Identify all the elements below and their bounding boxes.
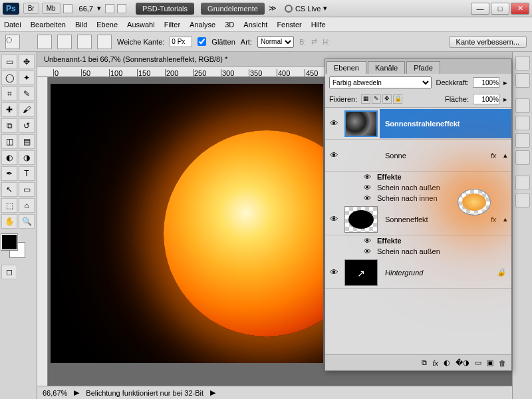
maximize-button[interactable]: □ [491,3,509,15]
layer-thumb[interactable] [344,259,378,286]
layer-thumb[interactable] [458,189,491,215]
layer-thumb[interactable] [344,110,378,137]
fx-item[interactable]: 👁Schein nach außen [325,246,511,257]
layer-row[interactable]: 👁 Hintergrund 🔒 [325,257,511,289]
adjust-icon[interactable]: �◑ [456,358,469,367]
crop-tool[interactable]: ⌗ [1,86,17,101]
fx-header[interactable]: 👁Effekte [325,172,511,182]
menu-filter[interactable]: Filter [164,21,180,29]
dock-adjust-icon[interactable] [515,98,530,113]
antialias-checkbox[interactable] [198,37,206,46]
wand-tool[interactable]: ✦ [19,70,35,85]
fx-header[interactable]: 👁Effekte [325,235,511,246]
sel-add-icon[interactable] [57,35,72,49]
panel-tab-ebenen[interactable]: Ebenen [327,61,366,74]
lock-trans-icon[interactable]: ▦ [361,94,370,104]
menu-analyse[interactable]: Analyse [190,21,215,29]
blur-tool[interactable]: ◐ [1,150,17,165]
cslive-button[interactable]: CS Live ▾ [285,4,328,13]
status-zoom[interactable]: 66,67% [43,389,67,397]
dock-nav-icon[interactable] [515,176,530,190]
bridge-badge[interactable]: Br [23,3,39,14]
heal-tool[interactable]: ✚ [1,102,17,117]
refine-edge-button[interactable]: Kante verbessern... [449,36,527,48]
panel-tab-pfade[interactable]: Pfade [406,61,440,74]
feather-input[interactable] [170,37,192,47]
menu-hilfe[interactable]: Hilfe [311,21,326,29]
dock-brush-icon[interactable] [515,133,530,148]
dock-swatches-icon[interactable] [515,73,530,88]
layer-name[interactable]: Sonnenstrahleneffekt [380,109,511,138]
opacity-input[interactable] [473,77,499,88]
lock-all-icon[interactable]: 🔒 [393,94,402,104]
style-select[interactable]: Normal [257,36,294,48]
lock-pixel-icon[interactable]: ✎ [372,94,381,104]
quickmask-icon[interactable]: ◻ [1,265,17,279]
new-layer-icon[interactable]: ▣ [487,358,493,367]
folder-icon[interactable]: ▭ [475,358,481,367]
shape-tool[interactable]: ▭ [19,182,35,197]
gradient-tool[interactable]: ▤ [19,134,35,149]
dock-color-icon[interactable] [515,56,530,70]
zoom-value[interactable]: 66,7 [79,5,93,13]
tool-preset-icon[interactable]: ◌ [5,35,20,49]
visibility-icon[interactable]: 👁 [325,150,342,160]
visibility-icon[interactable]: 👁 [325,267,342,277]
menu-auswahl[interactable]: Auswahl [127,21,155,29]
menu-3d[interactable]: 3D [225,21,234,29]
lasso-tool[interactable]: ◯ [1,70,17,85]
path-tool[interactable]: ↖ [1,182,17,197]
lock-pos-icon[interactable]: ✥ [382,94,392,104]
sel-int-icon[interactable] [97,35,112,49]
blend-mode-select[interactable]: Farbig abwedeln [329,76,432,88]
eraser-tool[interactable]: ◫ [1,134,17,149]
fg-color[interactable] [1,234,17,250]
brush-tool[interactable]: 🖌 [19,102,35,117]
hand-tool[interactable]: ✋ [1,214,17,229]
minimize-button[interactable]: — [471,3,489,15]
minibridge-badge[interactable]: Mb [42,3,61,14]
layer-name[interactable]: Sonne [380,141,483,170]
menu-fenster[interactable]: Fenster [277,21,301,29]
link-icon[interactable]: ⧉ [422,358,427,367]
3dcam-tool[interactable]: ⌂ [19,198,35,213]
3d-tool[interactable]: ⬚ [1,198,17,213]
view-drop-icon[interactable] [63,4,72,13]
menu-datei[interactable]: Datei [4,21,21,29]
layer-name[interactable]: Hintergrund [380,258,491,287]
document[interactable] [51,84,323,363]
visibility-icon[interactable]: 👁 [325,118,342,128]
screen-drop-icon[interactable] [117,4,126,13]
fx-badge[interactable]: fx [483,152,503,160]
layer-row[interactable]: 👁 Sonne fx▴ [325,140,511,172]
visibility-icon[interactable]: 👁 [325,214,342,224]
fx-icon[interactable]: fx [432,359,438,367]
sel-new-icon[interactable] [37,35,52,49]
sel-sub-icon[interactable] [77,35,92,49]
dodge-tool[interactable]: ◑ [19,150,35,165]
type-tool[interactable]: T [19,166,35,181]
arrange-drop-icon[interactable] [105,4,114,13]
stamp-tool[interactable]: ⧉ [1,118,17,133]
dock-char-icon[interactable] [515,150,530,165]
workspace-tab-1[interactable]: PSD-Tutorials [136,3,194,15]
close-button[interactable]: ✕ [511,3,529,15]
dock-mask-icon[interactable] [515,116,530,130]
move-tool[interactable]: ✥ [19,55,35,69]
fill-input[interactable] [473,94,499,104]
trash-icon[interactable]: 🗑 [499,359,506,367]
history-tool[interactable]: ↺ [19,118,35,133]
mask-icon[interactable]: ◐ [444,358,450,367]
panel-tab-kanaele[interactable]: Kanäle [368,61,405,74]
workspace-more-icon[interactable]: ≫ [269,4,277,13]
dock-hist-icon[interactable] [515,193,530,207]
menu-ebene[interactable]: Ebene [96,21,118,29]
eyedrop-tool[interactable]: ✎ [19,86,35,101]
zoom-tool[interactable]: 🔍 [19,214,35,229]
pen-tool[interactable]: ✒ [1,166,17,181]
layer-row[interactable]: 👁 Sonnenstrahleneffekt [325,108,511,140]
workspace-tab-2[interactable]: Grundelemente [201,3,265,15]
menu-bild[interactable]: Bild [75,21,87,29]
layer-thumb[interactable] [344,206,378,233]
marquee-tool[interactable]: ▭ [1,55,17,69]
